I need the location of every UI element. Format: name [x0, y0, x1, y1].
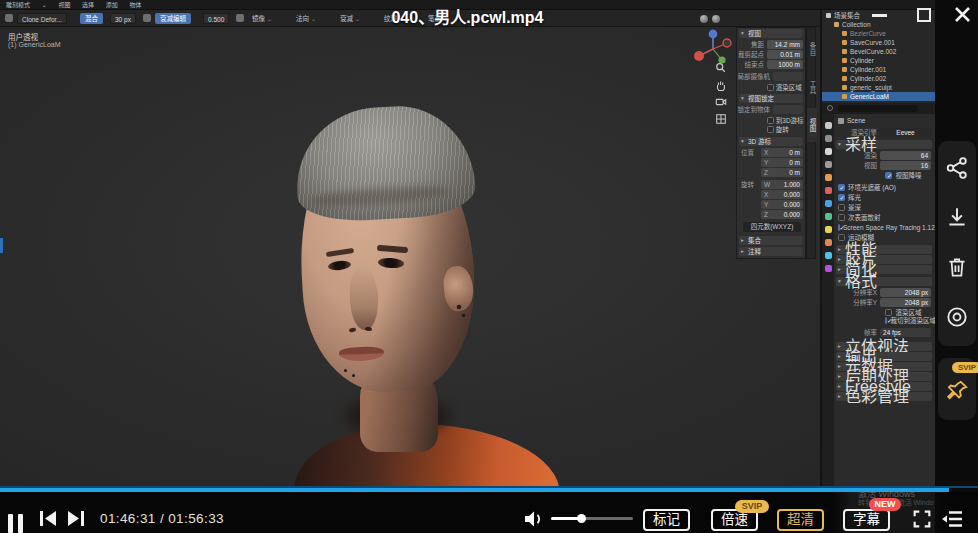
- cursor-ry-field[interactable]: Y0.000: [761, 200, 803, 209]
- volume-slider[interactable]: [551, 517, 633, 520]
- record-icon[interactable]: [944, 304, 970, 330]
- outliner-row[interactable]: BevelCurve.002: [822, 47, 937, 56]
- pan-hand-icon[interactable]: [715, 79, 727, 91]
- toggle-sss-row[interactable]: 次表面散射: [838, 213, 931, 222]
- cursor-x-field[interactable]: X0 m: [761, 148, 803, 157]
- section-format[interactable]: 格式: [836, 277, 932, 286]
- section-sampling[interactable]: 采样: [836, 140, 932, 149]
- resolution-x-field[interactable]: 2048 px: [880, 288, 931, 297]
- cursor-rz-field[interactable]: Z0.000: [761, 210, 803, 219]
- section-annotations[interactable]: 注释: [739, 247, 803, 256]
- volume-knob[interactable]: [577, 514, 586, 523]
- framerate-dropdown[interactable]: 24 fps: [880, 328, 931, 337]
- properties-tab-icon-7[interactable]: [825, 213, 832, 220]
- properties-tab-icon-8[interactable]: [825, 226, 832, 233]
- outliner-row[interactable]: Cylinder: [822, 56, 937, 65]
- dof-checkbox[interactable]: [838, 204, 845, 211]
- toggle-ssrt-row[interactable]: Screen Space Ray Tracing 1.12: [838, 223, 931, 232]
- section-view[interactable]: 视图: [739, 29, 803, 38]
- denoise-row[interactable]: 视图降噪: [838, 171, 931, 180]
- close-button[interactable]: [953, 5, 972, 28]
- rotation-mode-dropdown[interactable]: 四元数(WXYZ): [743, 222, 801, 232]
- resolution-y-field[interactable]: 2048 px: [880, 298, 931, 307]
- minimize-button[interactable]: [872, 14, 887, 17]
- render-region-checkbox[interactable]: [767, 84, 774, 91]
- zoom-icon[interactable]: [715, 62, 727, 74]
- toggle-bloom-row[interactable]: 辉光: [838, 193, 931, 202]
- render-engine-dropdown[interactable]: Eevee: [880, 128, 931, 137]
- toggle-dof-row[interactable]: 景深: [838, 203, 931, 212]
- outliner-row[interactable]: Cylinder.002: [822, 74, 937, 83]
- section-3d-cursor[interactable]: 3D 游标: [739, 137, 803, 146]
- lock-rotation-checkbox[interactable]: [767, 126, 774, 133]
- crop-region-checkbox[interactable]: [885, 317, 887, 324]
- share-icon[interactable]: [944, 155, 970, 181]
- previous-button[interactable]: [39, 510, 58, 531]
- outliner-row-selected[interactable]: GenericLoaM: [822, 92, 937, 101]
- download-icon[interactable]: [944, 204, 970, 230]
- properties-tab-icon-4[interactable]: [825, 174, 832, 181]
- cursor-rw-field[interactable]: W1.000: [761, 180, 803, 189]
- maximize-button[interactable]: [917, 8, 931, 22]
- lock-rotation-row[interactable]: 旋转: [767, 125, 789, 134]
- cursor-rotation-label: 旋转: [737, 180, 755, 189]
- properties-tab-icon-9[interactable]: [825, 239, 832, 246]
- tab-item[interactable]: 条目: [807, 32, 817, 66]
- grid-icon[interactable]: [715, 113, 727, 125]
- motion-blur-checkbox[interactable]: [838, 234, 845, 241]
- fullscreen-icon[interactable]: [911, 508, 933, 533]
- outliner-row[interactable]: generic_sculpt: [822, 83, 937, 92]
- properties-tab-icon-0[interactable]: [825, 122, 832, 129]
- volume-icon[interactable]: [523, 509, 543, 533]
- properties-tab-icon-3[interactable]: [825, 161, 832, 168]
- section-view-lock[interactable]: 视图锁定: [739, 94, 803, 103]
- quality-button[interactable]: 超清: [777, 509, 824, 531]
- playlist-icon[interactable]: [941, 509, 963, 533]
- properties-tab-icon-6[interactable]: [825, 200, 832, 207]
- properties-tab-icon-5[interactable]: [825, 187, 832, 194]
- bloom-checkbox[interactable]: [838, 194, 845, 201]
- lock-object-field[interactable]: [773, 105, 803, 114]
- clip-end-field[interactable]: 1000 m: [767, 60, 803, 69]
- properties-tab-icon-1[interactable]: [825, 135, 832, 142]
- breadcrumb-scene-label[interactable]: Scene: [847, 116, 865, 125]
- ao-checkbox[interactable]: [838, 184, 845, 191]
- local-camera-field[interactable]: [773, 72, 803, 81]
- properties-search-input[interactable]: [838, 105, 918, 112]
- denoise-checkbox[interactable]: [885, 172, 892, 179]
- clip-start-field[interactable]: 0.01 m: [767, 50, 803, 59]
- crop-region-check-row[interactable]: 裁切到渲染区域: [838, 316, 931, 325]
- sampling-render-field[interactable]: 64: [880, 151, 931, 160]
- subtitle-button[interactable]: 字幕: [843, 509, 890, 531]
- outliner-row[interactable]: BezierCurve: [822, 29, 937, 38]
- next-button[interactable]: [66, 510, 85, 531]
- pause-button[interactable]: [8, 506, 25, 533]
- lock-cursor-checkbox[interactable]: [767, 117, 774, 124]
- tab-tool[interactable]: 工具: [807, 70, 817, 104]
- properties-tab-icon-10[interactable]: [825, 252, 832, 259]
- cursor-location-label: 位置: [737, 148, 755, 157]
- tab-view[interactable]: 视图: [807, 108, 817, 142]
- cursor-y-field[interactable]: Y0 m: [761, 158, 803, 167]
- section-collections[interactable]: 集合: [739, 236, 803, 245]
- render-region-prop-checkbox[interactable]: [885, 309, 892, 316]
- cursor-z-field[interactable]: Z0 m: [761, 168, 803, 177]
- section-color-management[interactable]: 色彩管理: [836, 392, 932, 401]
- sampling-viewport-field[interactable]: 16: [880, 161, 931, 170]
- outliner-row[interactable]: Cylinder.001: [822, 65, 937, 74]
- pin-icon[interactable]: [944, 378, 970, 404]
- time-display: 01:46:31 / 01:56:33: [100, 511, 224, 526]
- properties-tab-icon-11[interactable]: [825, 265, 832, 272]
- camera-icon[interactable]: [715, 96, 727, 108]
- properties-tab-icon-2[interactable]: [825, 148, 832, 155]
- mark-button[interactable]: 标记: [643, 509, 690, 531]
- lock-cursor-row[interactable]: 到3D游标: [767, 116, 804, 125]
- trash-icon[interactable]: [944, 254, 970, 280]
- outliner-row[interactable]: SaveCurve.001: [822, 38, 937, 47]
- cursor-rx-field[interactable]: X0.000: [761, 190, 803, 199]
- sss-checkbox[interactable]: [838, 214, 845, 221]
- focal-length-field[interactable]: 14.2 mm: [767, 40, 803, 49]
- render-region-row[interactable]: 渲染区域: [767, 83, 802, 92]
- toggle-ao-row[interactable]: 环境光遮蔽 (AO): [838, 183, 931, 192]
- ssrt-checkbox[interactable]: [838, 224, 840, 231]
